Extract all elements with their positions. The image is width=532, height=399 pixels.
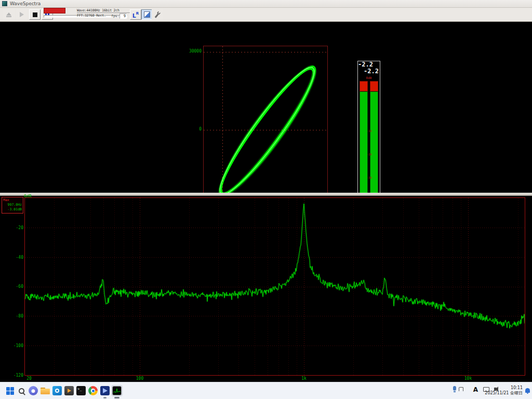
taskbar-clock[interactable]: 10:11 2025/11/21 金曜日 <box>485 385 523 396</box>
spectrum-y-tick-label: -20 <box>7 225 23 230</box>
media-player-icon <box>64 386 74 395</box>
stop-button[interactable] <box>29 9 41 20</box>
taskbar: ● >_ A 10:11 2025/11/21 金曜日 <box>0 382 532 399</box>
spectrum-y-tick-label: -60 <box>7 284 23 289</box>
wavespectra-screen: WaveSpectra Wave:44100Hz 16bit 2ch FFT:3… <box>0 0 532 399</box>
chat-icon: ● <box>29 386 38 395</box>
display-mode-toggle-button[interactable] <box>141 9 153 20</box>
meter-scale-ticks: -10-20-30-40 <box>368 81 371 205</box>
scope-panel: 30000 0 -30000 -2.2 -2.2 0dB -10-20-30-4… <box>0 22 532 193</box>
spectrum-panel: Max 997.0Hz -3.01dB 0dB -20-40-60-80-100… <box>0 196 532 382</box>
eject-icon <box>6 12 11 17</box>
start-button[interactable] <box>4 385 16 396</box>
taskbar-chrome-button[interactable] <box>87 385 99 396</box>
windows-start-icon <box>6 387 14 395</box>
channel-lr-icon: LR <box>132 10 139 20</box>
taskbar-wavespectra-button[interactable] <box>111 385 123 396</box>
spectrum-x-tick-label: 10k <box>458 376 478 381</box>
meter-0db-label: 0dB <box>358 76 380 80</box>
spectrum-y-tick-label: -80 <box>7 314 23 318</box>
meter-right-level <box>370 91 378 205</box>
meter-tick-label: -10 <box>367 129 372 132</box>
clock-date: 2025/11/21 金曜日 <box>485 391 523 396</box>
meter-tick-label: -30 <box>367 176 372 179</box>
notification-bell-icon[interactable] <box>525 388 530 393</box>
recording-indicator <box>44 8 65 14</box>
meter-right-red-zone <box>370 81 378 91</box>
folder-icon <box>41 388 50 394</box>
chrome-icon <box>88 386 98 395</box>
spectrum-y-tick-label: -100 <box>7 343 23 348</box>
spectrum-x-tick-label: 20 <box>19 376 39 381</box>
peak-readout-title: Max <box>3 198 22 203</box>
clock-time: 10:11 <box>485 385 523 391</box>
meter-left-level <box>360 91 368 205</box>
taskbar-chat-button[interactable]: ● <box>28 385 39 396</box>
audio-device-tray-button[interactable] <box>459 387 463 391</box>
settings-button[interactable] <box>152 9 163 20</box>
outlook-icon <box>52 386 62 395</box>
lissajous-canvas <box>204 46 327 212</box>
terminal-icon: >_ <box>76 386 86 395</box>
spectrum-x-tick-label: 1k <box>294 376 314 381</box>
title-bar[interactable]: WaveSpectra <box>0 0 532 8</box>
lissajous-ymid-label: 0 <box>178 127 202 131</box>
system-tray: A 10:11 2025/11/21 金曜日 <box>438 382 532 399</box>
wave-format-label: Wave:44100Hz 16bit 2ch <box>77 8 131 13</box>
spectrum-x-tick-label: 100 <box>129 376 150 381</box>
display-mode-icon <box>144 11 150 18</box>
lissajous-scope <box>203 46 328 212</box>
ime-indicator[interactable]: A <box>473 386 478 393</box>
level-meter: -2.2 -2.2 0dB -10-20-30-40 L R <box>357 61 380 210</box>
play-button[interactable] <box>16 9 28 20</box>
meter-bar-right <box>370 81 378 205</box>
spectrum-y-tick-label: -40 <box>7 255 23 260</box>
meter-right-value: -2.2 <box>358 68 380 75</box>
peak-level-value: -3.01dB <box>3 207 22 212</box>
channel-lr-button[interactable]: LR <box>130 9 141 20</box>
taskbar-terminal-button[interactable]: >_ <box>75 385 87 396</box>
wrench-icon <box>152 9 163 20</box>
peak-frequency-value: 997.0Hz <box>3 203 22 207</box>
meter-bar-left <box>360 81 368 205</box>
app-icon <box>2 1 7 6</box>
meter-tick-label: -20 <box>367 153 372 156</box>
meter-left-red-zone <box>360 81 368 91</box>
wavespectra-running-indicator <box>114 397 119 398</box>
audio-device-icon <box>459 387 463 391</box>
eject-button[interactable] <box>3 9 15 20</box>
taskbar-outlook-button[interactable] <box>51 385 63 396</box>
taskbar-file-explorer-button[interactable] <box>39 385 51 396</box>
wavespectra-app-icon <box>112 386 122 395</box>
lissajous-ymax-label: 30000 <box>178 49 202 54</box>
search-icon <box>19 388 24 394</box>
video-app-icon <box>100 386 110 395</box>
stop-icon <box>33 12 37 17</box>
fps-value: 9 <box>119 14 127 19</box>
play-icon <box>20 12 24 17</box>
taskbar-media-player-button[interactable] <box>63 385 75 396</box>
spectrum-canvas <box>25 198 525 375</box>
taskbar-search-button[interactable] <box>16 385 27 396</box>
taskbar-video-app-button[interactable] <box>99 385 111 396</box>
microphone-icon <box>453 386 456 391</box>
video-app-running-indicator <box>103 397 107 398</box>
peak-readout-box: Max 997.0Hz -3.01dB <box>2 197 23 214</box>
fps-label: fps: <box>111 14 119 19</box>
toolbar: Wave:44100Hz 16bit 2ch FFT:32768 Rect. f… <box>0 8 532 22</box>
window-title: WaveSpectra <box>10 1 41 6</box>
spectrum-plot <box>24 197 525 376</box>
